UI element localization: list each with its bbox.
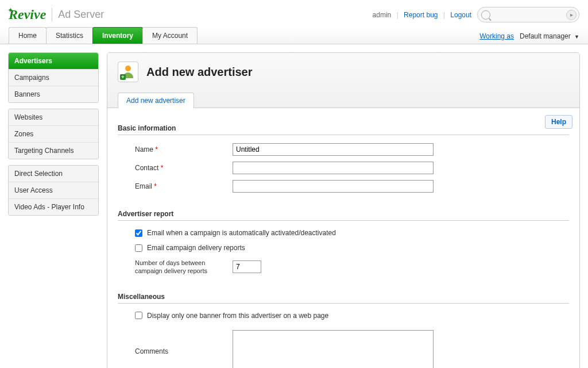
search-go-button[interactable]: ▸ [566,10,577,20]
delivery-reports-checkbox[interactable] [135,244,142,252]
days-input[interactable] [233,260,261,273]
check-row-delivery-reports: Email campaign delivery reports [118,244,569,252]
sidebar-item-targeting[interactable]: Targeting Channels [9,143,98,159]
title-row: + Add new advertiser [118,62,569,82]
form-row-comments: Comments [118,330,569,368]
header-links: admin | Report bug | Logout [373,11,471,19]
working-as: Working as Default manager ▼ [479,32,579,44]
name-label: Name * [135,145,233,154]
display-one-checkbox[interactable] [135,312,142,319]
form-row-days: Number of days between campaign delivery… [118,259,569,275]
email-label: Email * [135,182,233,190]
main-panel: + Add new advertiser Add new advertiser … [107,52,580,368]
logo-divider [52,8,52,22]
sidebar-group-websites: Websites Zones Targeting Channels [8,109,99,159]
sidebar-item-advertisers[interactable]: Advertisers [9,53,98,70]
sub-tabs: Add new advertiser [118,93,569,108]
sidebar-group-direct: Direct Selection User Access Video Ads -… [8,165,99,216]
display-one-label: Display only one banner from this advert… [147,312,328,320]
sidebar-item-video-ads[interactable]: Video Ads - Player Info [9,199,98,215]
sidebar-item-direct-selection[interactable]: Direct Selection [9,166,98,182]
check-row-display-one: Display only one banner from this advert… [118,312,569,320]
working-as-label[interactable]: Working as [479,32,514,40]
sub-tab-add-advertiser[interactable]: Add new advertiser [118,93,194,108]
search-input[interactable] [492,9,566,21]
add-advertiser-icon: + [118,62,138,82]
section-title-misc: Miscellaneous [118,293,569,304]
form-row-email: Email * [118,180,569,193]
email-input[interactable] [233,180,434,193]
link-separator: | [443,11,445,19]
logo-secondary: Ad Server [58,9,104,21]
main-header: + Add new advertiser Add new advertiser [107,53,579,108]
sidebar: Advertisers Campaigns Banners Websites Z… [8,52,99,368]
search-box: ▸ [477,7,579,22]
logo-area: Revive Ad Server [9,7,104,22]
sidebar-item-banners[interactable]: Banners [9,86,98,102]
help-button[interactable]: Help [545,115,572,129]
chevron-down-icon[interactable]: ▼ [574,34,579,40]
contact-label: Contact * [135,164,233,172]
contact-input[interactable] [233,162,434,174]
check-row-auto-email: Email when a campaign is automatically a… [118,229,569,237]
main-tabs: Home Statistics Inventory My Account [9,27,197,44]
sidebar-item-websites[interactable]: Websites [9,109,98,126]
plus-icon: + [120,74,126,80]
header: Revive Ad Server admin | Report bug | Lo… [0,0,588,27]
auto-email-checkbox[interactable] [135,229,142,237]
sidebar-item-user-access[interactable]: User Access [9,182,98,199]
sidebar-item-campaigns[interactable]: Campaigns [9,70,98,86]
name-input[interactable] [233,143,434,156]
search-icon [481,10,490,20]
section-title-report: Advertiser report [118,210,569,221]
form-row-contact: Contact * [118,162,569,174]
days-label: Number of days between campaign delivery… [135,259,233,275]
working-as-value[interactable]: Default manager [520,32,571,40]
sidebar-group-advertisers: Advertisers Campaigns Banners [8,52,99,103]
page-title: Add new advertiser [146,66,253,79]
container: Advertisers Campaigns Banners Websites Z… [0,44,588,368]
tab-my-account[interactable]: My Account [142,27,198,44]
user-label: admin [373,11,392,19]
auto-email-label: Email when a campaign is automatically a… [147,229,336,237]
header-right: admin | Report bug | Logout ▸ [373,7,579,22]
comments-label: Comments [135,330,233,355]
delivery-reports-label: Email campaign delivery reports [147,244,245,252]
tabbar: Home Statistics Inventory My Account Wor… [0,27,588,44]
link-separator: | [397,11,399,19]
section-title-basic: Basic information [118,124,569,135]
tab-inventory[interactable]: Inventory [92,27,143,44]
main-body: Help Basic information Name * Contact * … [107,108,579,368]
logo-primary: Revive [9,7,46,22]
tab-statistics[interactable]: Statistics [46,27,93,44]
report-bug-link[interactable]: Report bug [404,11,438,19]
sidebar-item-zones[interactable]: Zones [9,126,98,143]
tab-home[interactable]: Home [9,27,47,44]
logout-link[interactable]: Logout [450,11,471,19]
comments-textarea[interactable] [233,330,434,368]
form-row-name: Name * [118,143,569,156]
